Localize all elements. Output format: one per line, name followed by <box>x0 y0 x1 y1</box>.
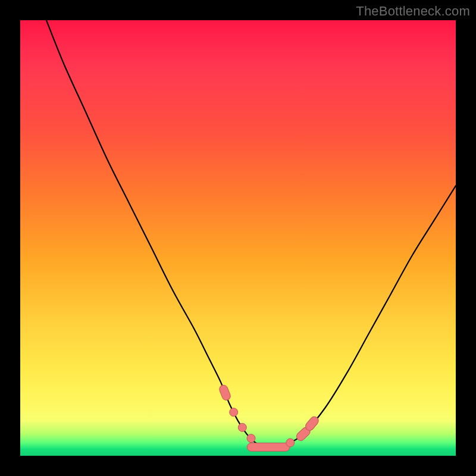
curve-marker <box>247 443 290 451</box>
bottleneck-curve <box>46 20 456 447</box>
plot-area <box>20 20 456 456</box>
curve-marker <box>286 439 295 447</box>
watermark-text: TheBottleneck.com <box>356 4 470 19</box>
curve-layer <box>20 20 456 456</box>
chart-frame: TheBottleneck.com <box>0 0 476 476</box>
curve-marker <box>230 408 238 416</box>
curve-marker <box>238 423 246 431</box>
curve-marker <box>247 434 255 443</box>
curve-marker <box>218 384 232 401</box>
curve-markers <box>218 384 320 451</box>
